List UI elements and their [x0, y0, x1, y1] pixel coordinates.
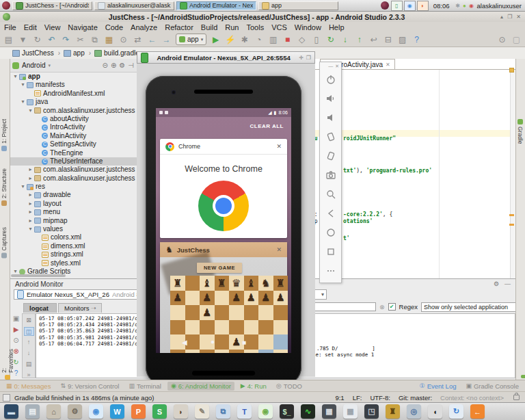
nav-home-icon[interactable]: ● [211, 338, 215, 345]
taskbar-window-app[interactable]: app [258, 1, 338, 10]
tree-item[interactable]: dimens.xml [10, 242, 137, 250]
chess-piece[interactable]: ♟ [170, 291, 185, 306]
sdk-manager-icon[interactable]: ▨ [397, 34, 407, 45]
vcs-update-icon[interactable]: ↓ [340, 34, 350, 45]
chess-piece[interactable]: ♟ [200, 305, 215, 320]
tray-logo-icon[interactable] [381, 1, 389, 10]
system-monitor-icon[interactable]: ∿ [301, 404, 315, 419]
hide-panel-icon[interactable]: ⊣ [128, 62, 134, 69]
calculator-icon[interactable]: ▦ [322, 404, 336, 419]
horizontal-scrollbar[interactable] [11, 274, 66, 277]
menu-item[interactable]: Run [225, 23, 239, 31]
tree-arrow-icon[interactable]: ▾ [20, 81, 26, 89]
tree-item[interactable]: ▾ res [10, 183, 137, 191]
monitor-tab[interactable]: Monitors ⇢ [58, 303, 102, 313]
volume-icon[interactable]: ◖ [428, 404, 442, 419]
status-bar-item[interactable]: 9:1 [335, 394, 344, 402]
volume-down-icon[interactable] [324, 111, 338, 124]
toolwindow-toggle-icon[interactable] [3, 394, 10, 402]
tree-item[interactable]: ▾ values [10, 225, 137, 233]
robot-icon[interactable]: ◎ [407, 404, 421, 419]
user-icon[interactable]: ▢ [511, 34, 522, 45]
chrome-notification-card[interactable]: Chrome ✕ Welcome to Chrome [160, 139, 287, 238]
home-icon[interactable] [324, 226, 338, 239]
taskbar-window-justchess[interactable]: JustChess - [~/AndroidS... [12, 1, 92, 10]
chess-piece[interactable]: ♜ [170, 276, 185, 291]
back-icon[interactable] [324, 207, 338, 220]
clock[interactable]: 08:06 [431, 2, 453, 10]
update-icon[interactable]: ↻ [449, 404, 463, 419]
close-icon[interactable]: ✕ [276, 246, 282, 253]
sync-gradle-icon[interactable]: ↻ [325, 34, 336, 45]
find-icon[interactable]: ⊙ [118, 34, 129, 45]
menu-item[interactable]: Window [295, 23, 321, 31]
tree-item[interactable]: MainActivity [10, 132, 137, 140]
tray-notify-icon[interactable]: ◉ [468, 3, 475, 9]
chess-square[interactable] [244, 320, 259, 335]
tree-arrow-icon[interactable]: ▾ [12, 73, 18, 81]
tree-item[interactable]: TheEngine [10, 149, 137, 157]
calendar-icon[interactable]: ▦ [343, 404, 358, 419]
chess-piece[interactable]: ♟ [200, 291, 215, 306]
chess-square[interactable] [215, 291, 230, 306]
rollup-icon[interactable]: ▴ [500, 14, 503, 20]
chess-piece[interactable]: ♞ [258, 276, 273, 291]
menu-item[interactable]: Help [329, 23, 345, 31]
clear-all-button[interactable]: CLEAR ALL [250, 123, 284, 129]
chess-square[interactable] [273, 305, 288, 320]
breadcrumb-item[interactable]: JustChess › [12, 49, 62, 57]
tree-item[interactable]: AndroidManifest.xml [10, 90, 137, 98]
tree-arrow-icon[interactable]: ▸ [27, 200, 33, 208]
menu-item[interactable]: Tools [246, 23, 264, 31]
tree-arrow-icon[interactable]: ▾ [27, 225, 33, 233]
chess-square[interactable] [229, 320, 244, 335]
status-bar-item[interactable]: UTF-8: [370, 394, 390, 402]
tree-item[interactable]: ▸ drawable [10, 191, 137, 199]
tree-arrow-icon[interactable]: ▸ [27, 174, 33, 183]
forward-icon[interactable]: → [161, 34, 172, 45]
monitor-help-icon[interactable]: ? [14, 369, 18, 378]
status-bar-item[interactable]: Context: <no context> [440, 394, 504, 402]
rotate-right-icon[interactable] [324, 149, 338, 163]
menu-item[interactable]: File [4, 23, 16, 31]
search-everywhere-icon[interactable]: ⊙ [497, 34, 507, 45]
chess-piece[interactable]: ♟ [258, 291, 273, 306]
tree-item[interactable]: ▾ manifests [10, 81, 137, 89]
expand-all-icon[interactable]: ⊕ [111, 62, 116, 69]
tool-window-button[interactable]: ▶ 4: Run [237, 382, 270, 391]
maximize-icon[interactable]: ❐ [507, 14, 512, 20]
username-label[interactable]: alaskalinuxuser [477, 2, 523, 10]
nav-overview-icon[interactable]: ■ [242, 339, 246, 346]
android-studio-icon[interactable]: ◉ [258, 404, 273, 419]
chess-square[interactable] [170, 305, 185, 320]
tree-item[interactable]: aboutActivity [10, 115, 137, 123]
tree-item[interactable]: IntroActivity [10, 123, 137, 131]
run-icon[interactable]: ▶ [211, 34, 221, 45]
inspection-marker[interactable] [509, 68, 514, 73]
more-icon[interactable] [324, 264, 338, 278]
close-icon[interactable]: ✕ [386, 62, 390, 68]
panel-options-icon[interactable]: ⊝ [103, 62, 108, 69]
toolbar-minimize-icon[interactable]: — [328, 62, 333, 70]
tree-item[interactable]: colors.xml [10, 233, 137, 241]
scroll-down-icon[interactable]: ↓ [24, 349, 34, 358]
chess-piece[interactable]: ♟ [273, 291, 288, 306]
chess-piece[interactable]: ♜ [273, 276, 288, 291]
chess-square[interactable] [185, 276, 200, 291]
tree-arrow-icon[interactable]: ▾ [27, 107, 33, 115]
tree-item[interactable]: ▸ layout [10, 200, 137, 208]
menu-item[interactable]: Edit [24, 23, 37, 31]
tray-window-emulator-icon[interactable]: ▯ [391, 1, 403, 11]
profiler-icon[interactable]: ▥ [268, 34, 278, 45]
tree-item[interactable]: TheUserInterface [10, 157, 137, 166]
menu-item[interactable]: Navigate [68, 23, 97, 31]
stamp-icon[interactable]: ♜ [386, 404, 400, 419]
volume-up-icon[interactable] [324, 92, 338, 105]
chess-piece[interactable]: ♛ [229, 276, 244, 291]
project-view-select[interactable]: Android [22, 62, 45, 69]
avd-manager-icon[interactable]: ▯ [311, 34, 321, 45]
toolbar-close-icon[interactable]: ✕ [335, 62, 339, 70]
home-folder-icon[interactable]: ⌂ [46, 404, 61, 419]
tool-window-stripe-button[interactable]: 2: Favorites [1, 346, 14, 380]
tray-network-icon[interactable]: ✱ [455, 3, 461, 9]
